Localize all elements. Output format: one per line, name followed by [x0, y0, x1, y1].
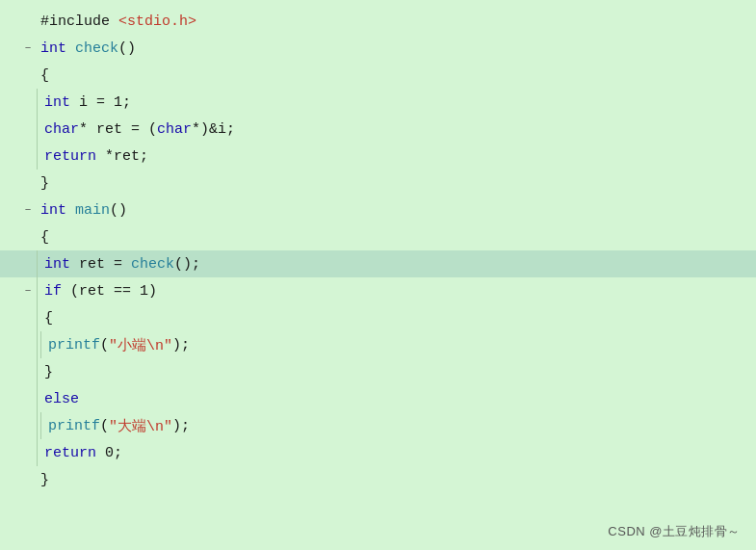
token-plain: (: [100, 418, 109, 434]
line-content: }: [40, 364, 756, 380]
line-gutter: −: [0, 285, 37, 297]
token-plain: (ret ==: [62, 283, 140, 300]
fold-icon[interactable]: −: [21, 204, 35, 216]
token-plain: );: [172, 418, 190, 434]
code-lines: #include <stdio.h>−int check(){int i = 1…: [0, 8, 756, 493]
token-plain: {: [40, 67, 49, 84]
code-line: {: [0, 62, 756, 89]
token-plain: }: [44, 364, 53, 380]
line-content: int ret = check();: [40, 256, 756, 273]
token-plain: ret =: [70, 256, 131, 273]
token-plain: }: [40, 472, 49, 488]
line-gutter: −: [0, 204, 37, 216]
line-content: char* ret = (char*)&i;: [40, 121, 756, 138]
code-line: int ret = check();: [0, 250, 756, 277]
line-content: if (ret == 1): [40, 283, 756, 300]
token-kw: return: [44, 148, 96, 165]
token-fn: printf: [48, 337, 100, 354]
token-fn: check: [131, 256, 174, 273]
code-line: {: [0, 304, 756, 331]
line-content: int i = 1;: [40, 94, 756, 111]
token-kw: else: [44, 391, 79, 407]
token-plain: [66, 202, 75, 219]
token-plain: ();: [174, 256, 200, 273]
token-type: char: [44, 121, 79, 138]
line-content: int main(): [37, 202, 756, 219]
token-plain: i =: [70, 94, 114, 111]
token-type: char: [157, 121, 192, 138]
line-content: {: [40, 310, 756, 327]
code-line: int i = 1;: [0, 89, 756, 116]
token-type: int: [44, 94, 70, 111]
code-line: printf("小端\n");: [0, 331, 756, 358]
code-line: −int main(): [0, 196, 756, 223]
token-type: int: [40, 40, 66, 57]
token-header: <stdio.h>: [118, 13, 196, 30]
line-content: printf("小端\n");: [44, 336, 756, 354]
token-kw: return: [44, 445, 96, 461]
line-content: return 0;: [40, 445, 756, 461]
token-plain: );: [172, 337, 190, 354]
code-line: }: [0, 170, 756, 196]
code-line: −int check(): [0, 35, 756, 62]
code-line: return *ret;: [0, 143, 756, 170]
token-plain: {: [40, 229, 49, 246]
line-content: }: [37, 472, 756, 488]
token-plain: ;: [114, 445, 122, 461]
token-type: int: [44, 256, 70, 273]
token-plain: ;: [122, 94, 131, 111]
token-plain: [66, 40, 75, 57]
code-line: {: [0, 223, 756, 250]
line-content: printf("大端\n");: [44, 417, 756, 435]
line-content: {: [37, 229, 756, 246]
token-plain: [96, 445, 105, 461]
token-plain: (): [110, 202, 127, 219]
token-num: 1: [114, 94, 122, 111]
line-content: int check(): [37, 40, 756, 57]
code-line: }: [0, 466, 756, 493]
code-line: else: [0, 385, 756, 412]
line-content: #include <stdio.h>: [37, 13, 756, 30]
line-content: return *ret;: [40, 148, 756, 165]
token-str: "大端\n": [109, 417, 172, 435]
token-fn: main: [75, 202, 110, 219]
token-plain: }: [40, 175, 49, 192]
line-content: {: [37, 67, 756, 84]
watermark: CSDN @土豆炖排骨～: [608, 523, 741, 540]
token-preproc: #include: [40, 13, 118, 30]
token-plain: *ret;: [96, 148, 148, 165]
token-num: 1: [140, 283, 148, 300]
code-editor: #include <stdio.h>−int check(){int i = 1…: [0, 0, 756, 550]
token-plain: ): [148, 283, 157, 300]
fold-icon[interactable]: −: [21, 42, 35, 54]
code-line: }: [0, 358, 756, 385]
token-plain: (): [118, 40, 136, 57]
code-line: −if (ret == 1): [0, 277, 756, 304]
token-plain: *)&i;: [192, 121, 235, 138]
token-kw: if: [44, 283, 62, 300]
token-str: "小端\n": [109, 336, 172, 354]
token-num: 0: [105, 445, 114, 461]
code-line: char* ret = (char*)&i;: [0, 116, 756, 143]
token-plain: {: [44, 310, 53, 327]
line-content: else: [40, 391, 756, 407]
token-fn: printf: [48, 418, 100, 434]
token-plain: (: [100, 337, 109, 354]
line-content: }: [37, 175, 756, 192]
token-plain: * ret = (: [79, 121, 157, 138]
code-line: printf("大端\n");: [0, 412, 756, 439]
line-gutter: −: [0, 42, 37, 54]
token-fn: check: [75, 40, 118, 57]
code-line: #include <stdio.h>: [0, 8, 756, 35]
code-line: return 0;: [0, 439, 756, 466]
fold-icon[interactable]: −: [21, 285, 35, 297]
token-type: int: [40, 202, 66, 219]
